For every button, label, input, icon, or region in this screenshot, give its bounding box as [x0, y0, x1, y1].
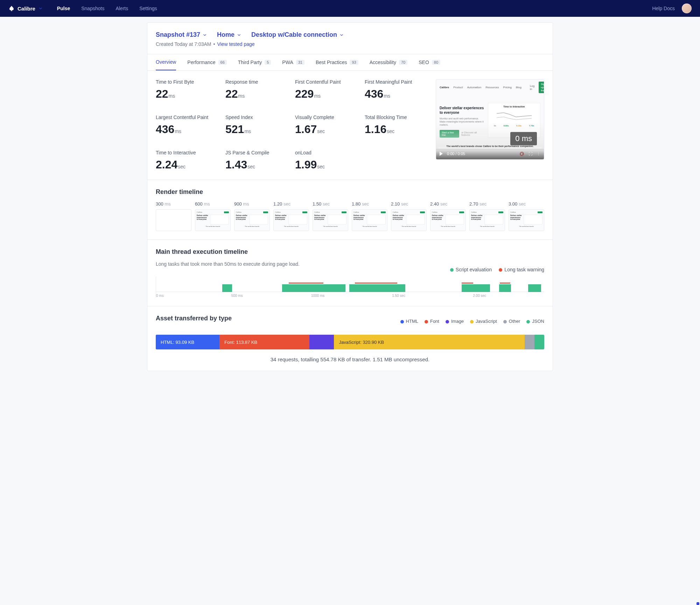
- metric-value: 2.24sec: [156, 158, 218, 171]
- render-frame-label: 300 ms: [156, 201, 191, 207]
- nav-settings[interactable]: Settings: [139, 6, 157, 11]
- nav-alerts[interactable]: Alerts: [115, 6, 128, 11]
- script-evaluation-bar: [528, 284, 541, 292]
- metric: First Meaningful Paint436ms: [365, 79, 427, 100]
- metric: Time to First Byte22ms: [156, 79, 218, 100]
- video-player[interactable]: Calibre ProductAutomationResourcesPricin…: [436, 79, 544, 160]
- tab-badge: 80: [432, 60, 440, 65]
- legend-item: Image: [446, 319, 464, 324]
- asset-segment: Font: 113.87 KB: [219, 335, 309, 349]
- metric-value: 229ms: [295, 88, 358, 100]
- metric-label: onLoad: [295, 150, 358, 155]
- metrics-grid: Time to First Byte22msResponse time22msF…: [156, 79, 427, 171]
- metric: Speed Index521ms: [225, 114, 288, 136]
- render-timeline-section: Render timeline 300 ms600 msCalibreDeliv…: [147, 180, 553, 240]
- render-frame-label: 1.80 sec: [352, 201, 387, 207]
- script-evaluation-bar: [282, 284, 345, 292]
- script-evaluation-bar: [349, 284, 405, 292]
- metric-value: 436ms: [156, 123, 218, 136]
- spade-icon: [8, 5, 15, 12]
- crumb-page[interactable]: Home: [217, 31, 241, 39]
- asset-bar: HTML: 93.09 KBFont: 113.87 KBJavaScript:…: [156, 335, 544, 349]
- breadcrumbs: Snapshot #137 Home Desktop w/Cable conne…: [156, 31, 544, 39]
- tab-badge: 5: [265, 60, 271, 65]
- metric: JS Parse & Compile1.43sec: [225, 150, 288, 171]
- volume-icon[interactable]: 🔇: [519, 152, 524, 156]
- long-task-warning: [355, 283, 397, 284]
- metric-label: First Meaningful Paint: [365, 79, 427, 85]
- axis-tick: 0 ms: [156, 294, 164, 298]
- metric-value: 22ms: [225, 88, 288, 100]
- render-frame-label: 3.00 sec: [509, 201, 544, 207]
- chevron-down-icon: [237, 33, 241, 37]
- metric-label: Time to First Byte: [156, 79, 218, 85]
- play-icon[interactable]: [440, 152, 443, 156]
- render-frame-label: 2.70 sec: [469, 201, 505, 207]
- crumb-profile[interactable]: Desktop w/Cable connection: [251, 31, 344, 39]
- nav-pulse[interactable]: Pulse: [57, 6, 70, 11]
- render-frame[interactable]: 300 ms: [156, 201, 191, 231]
- tab-third-party[interactable]: Third Party5: [238, 54, 271, 70]
- render-frame[interactable]: 1.80 secCalibreDeliver stellarexperience…: [352, 201, 387, 231]
- axis-tick: 1.50 sec: [392, 294, 405, 298]
- mtt-legend: Script evaluation Long task warning: [450, 267, 544, 272]
- asset-segment: HTML: 93.09 KB: [156, 335, 219, 349]
- tab-performance[interactable]: Performance66: [187, 54, 226, 70]
- metric-value: 436ms: [365, 88, 427, 100]
- render-frame[interactable]: 600 msCalibreDeliver stellarexperiences …: [195, 201, 231, 231]
- crumb-snapshot[interactable]: Snapshot #137: [156, 31, 207, 39]
- brand-menu[interactable]: Calibre: [8, 5, 43, 12]
- long-task-warning: [289, 283, 323, 284]
- render-timeline: 300 ms600 msCalibreDeliver stellarexperi…: [156, 201, 544, 231]
- view-tested-page-link[interactable]: View tested page: [217, 41, 254, 47]
- metric: Largest Contentful Paint436ms: [156, 114, 218, 136]
- render-frame[interactable]: 2.40 secCalibreDeliver stellarexperience…: [430, 201, 466, 231]
- help-docs-link[interactable]: Help Docs: [652, 6, 675, 11]
- render-frame[interactable]: 1.50 secCalibreDeliver stellarexperience…: [313, 201, 348, 231]
- mtt-chart: 0 ms500 ms1000 ms1.50 sec2.00 sec: [156, 277, 544, 298]
- tab-pwa[interactable]: PWA31: [282, 54, 304, 70]
- top-nav: Calibre Pulse Snapshots Alerts Settings …: [0, 0, 700, 17]
- render-frame[interactable]: 1.20 secCalibreDeliver stellarexperience…: [273, 201, 309, 231]
- render-frame[interactable]: 900 msCalibreDeliver stellarexperiences …: [234, 201, 270, 231]
- section-title: Main thread execution timeline: [156, 248, 300, 256]
- page-card: Snapshot #137 Home Desktop w/Cable conne…: [147, 22, 553, 371]
- render-frame[interactable]: 3.00 secCalibreDeliver stellarexperience…: [509, 201, 544, 231]
- render-frame[interactable]: 2.10 secCalibreDeliver stellarexperience…: [391, 201, 427, 231]
- tab-best-practices[interactable]: Best Practices93: [316, 54, 358, 70]
- video-time: 0:00 / 0:05: [447, 152, 465, 156]
- render-frame-label: 2.10 sec: [391, 201, 427, 207]
- created-at: Created Today at 7:03AM: [156, 41, 211, 47]
- render-frame-label: 2.40 sec: [430, 201, 466, 207]
- script-evaluation-bar: [222, 284, 232, 292]
- fullscreen-icon[interactable]: ⛶: [528, 152, 532, 156]
- metric-label: Visually Complete: [295, 114, 358, 120]
- tab-accessibility[interactable]: Accessibility70: [370, 54, 408, 70]
- asset-legend: HTMLFontImageJavaScriptOtherJSON: [400, 319, 544, 324]
- tab-badge: 93: [350, 60, 358, 65]
- snapshot-subline: Created Today at 7:03AM • View tested pa…: [156, 41, 544, 47]
- render-frame-label: 1.20 sec: [273, 201, 309, 207]
- metric-value: 1.16sec: [365, 123, 427, 136]
- metric-label: Response time: [225, 79, 288, 85]
- asset-segment: [525, 335, 534, 349]
- tab-overview[interactable]: Overview: [156, 54, 176, 70]
- nav-snapshots[interactable]: Snapshots: [81, 6, 104, 11]
- axis-tick: 500 ms: [231, 294, 243, 298]
- tab-seo[interactable]: SEO80: [419, 54, 440, 70]
- legend-item: HTML: [400, 319, 418, 324]
- render-frame[interactable]: 2.70 secCalibreDeliver stellarexperience…: [469, 201, 505, 231]
- metric: Visually Complete1.67sec: [295, 114, 358, 136]
- nav-links: Pulse Snapshots Alerts Settings: [57, 6, 157, 11]
- more-icon[interactable]: ⋮: [537, 152, 540, 156]
- metric-label: Time to Interactive: [156, 150, 218, 155]
- metric-value: 1.43sec: [225, 158, 288, 171]
- metric-label: Total Blocking Time: [365, 114, 427, 120]
- asset-segment: [534, 335, 544, 349]
- render-frame-label: 1.50 sec: [313, 201, 348, 207]
- video-controls[interactable]: 0:00 / 0:05 🔇 ⛶ ⋮: [436, 148, 544, 159]
- tab-badge: 31: [296, 60, 304, 65]
- avatar[interactable]: [682, 4, 692, 13]
- metric: onLoad1.99sec: [295, 150, 358, 171]
- long-task-warning: [500, 283, 510, 284]
